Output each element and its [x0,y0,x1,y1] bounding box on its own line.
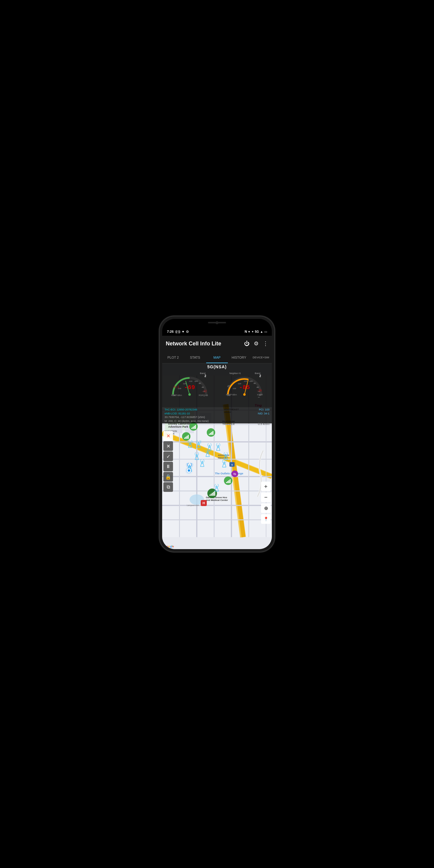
tower-2[interactable] [195,440,202,450]
status-right: N ♥ ✦ 5G ▲ ▭ [245,330,267,333]
signal-bars-4 [226,478,230,483]
gauge-left: -140 -130 -120 -110 -100 -90 -80 -70 [170,370,209,398]
svg-text:-100: -100 [249,380,253,382]
gauge-left-label1: RSRP/dBm [171,394,182,396]
svg-text:5: 5 [231,464,233,466]
more-options-button[interactable]: ⋮ [263,340,268,347]
hospital-marker[interactable]: H [201,500,207,506]
location-icon: ♥ [182,330,184,333]
gauge-left-value: -69 [184,384,195,391]
svg-text:2: 2 [259,374,261,378]
pin-button[interactable]: 📍 [261,514,271,524]
signal-pin-4[interactable] [224,476,232,485]
phone-screen: 7:26 ((·)) ♥ ⊙ N ♥ ✦ 5G ▲ ▭ Network Cell… [162,319,272,549]
svg-text:2: 2 [204,374,206,378]
network-5g-label: 5G [255,330,259,333]
enb-lcid-label: eNB-LCID: 81181-10 [164,412,190,415]
gauge-right-value: -85 [239,384,250,391]
signal-bars-3 [184,434,189,439]
close-button[interactable]: ✕ [163,441,173,451]
gauge-right-sub2: -19 [257,389,261,392]
nfc-icon: N [245,330,247,333]
tower-5[interactable] [204,450,211,459]
my-location-button[interactable]: ⊕ [261,503,271,513]
location2-icon: ♥ [248,330,250,333]
svg-text:-50: -50 [257,397,260,398]
svg-text:-110: -110 [244,380,247,382]
gauge-right-label1: RSRP/dBm [226,394,237,396]
place-outlets: The Outlets at Orange [215,472,243,475]
signal-pin-3[interactable] [182,432,190,441]
tab-bar: PLOT 2 STATS MAP HISTORY DEVICE+SIM [162,351,272,364]
speed-indicator: 0.5 km/h [258,422,270,426]
nid-label: NID: 34-1 [258,412,270,415]
svg-text:-80: -80 [256,386,259,388]
tower-10[interactable] [213,484,220,494]
status-left: 7:26 ((·)) ♥ ⊙ [167,330,189,334]
gauge-right: -140 -130 -120 -110 -100 -90 -80 -70 -60… [225,370,264,398]
svg-text:-110: -110 [189,380,193,382]
battery-icon: ▭ [264,330,267,333]
signal-pin-2[interactable] [207,428,215,437]
phone-frame: 7:26 ((·)) ♥ ⊙ N ♥ ✦ 5G ▲ ▭ Network Cell… [160,316,274,552]
app-header: Network Cell Info Lite ⏻ ⚙ ⋮ [162,336,272,351]
check-button[interactable]: ✓ [163,452,173,461]
coordinates-label: 33.7930704, -117.9156857 (±5m) [164,415,205,419]
tower-6[interactable] [199,459,206,469]
svg-text:-80: -80 [201,386,204,388]
map-container[interactable]: Lampson Ave 5 Ting [162,364,272,549]
phone-notch [162,319,272,327]
pause-button[interactable]: ⏸ [163,462,173,471]
tab-map[interactable]: MAP [206,351,228,363]
tower-1[interactable] [187,440,193,450]
tab-stats[interactable]: STATS [184,351,206,363]
svg-text:-90: -90 [253,382,256,384]
side-toolbar: ✕ ✕ ✓ ⏸ 🔒 ⧉ [162,430,174,493]
status-bar: 7:26 ((·)) ♥ ⊙ N ♥ ✦ 5G ▲ ▭ [162,327,272,336]
header-icons: ⏻ ⚙ ⋮ [244,340,268,347]
svg-text:Neighbor #1: Neighbor #1 [229,372,241,375]
gauge-left-label2: RSRQ/dB [198,394,208,396]
time-display: 7:26 [167,330,174,333]
gauge-left-sub2: -12 [202,390,207,393]
tab-devicesim[interactable]: DEVICE+SIM [250,351,272,363]
signal-wifi-icon: ((·)) [176,330,180,333]
m-value-label: M: 200, C: 40 (d≥0m, a<∞, ms:none) [164,419,209,423]
pci-label: PCI: 103 [259,408,270,412]
shopping-icon-1[interactable]: 🛍 [231,470,238,477]
tower-9[interactable] [221,460,227,470]
settings-button[interactable]: ⚙ [254,340,258,347]
gauge-left-sub1: -0.1 [173,385,179,389]
gauge-overlay: 5G(NSA) -140 -130 -120 - [162,364,272,407]
gauge-right-label2: XSNR [257,394,263,396]
network-type-badge: 5G(NSA) [162,364,272,370]
signal-bars-2 [209,430,213,435]
current-location-dot [187,468,191,472]
svg-point-48 [243,393,246,396]
tower-7[interactable] [215,443,221,453]
speaker [208,322,226,323]
close-red-button[interactable]: ✕ [163,431,173,441]
gauge-right-sub1: 45 [227,385,230,388]
zoom-out-button[interactable]: − [261,493,271,502]
svg-text:-130: -130 [232,388,236,390]
gps-icon: ⊙ [186,330,189,334]
tab-history[interactable]: HISTORY [228,351,250,363]
signal-bars-1 [191,424,196,429]
tab-plot2[interactable]: PLOT 2 [162,351,184,363]
right-toolbar: + − ⊕ 📍 [260,480,272,525]
svg-text:-90: -90 [198,382,201,384]
app-title: Network Cell Info Lite [166,341,221,347]
bluetooth-icon: ✦ [251,330,254,333]
cell-info-strip: TAC-ECI: 12650-20782346 PCI: 103 eNB-LCI… [162,407,272,424]
power-button[interactable]: ⏻ [244,341,250,347]
zoom-in-button[interactable]: + [261,482,271,491]
signal-bars-icon: ▲ [260,330,263,333]
svg-point-34 [188,393,191,396]
tac-eci-label: TAC-ECI: 12650-20782346 [164,408,197,412]
gauges-row: -140 -130 -120 -110 -100 -90 -80 -70 [162,370,272,407]
google-attribution: Google [164,545,174,548]
svg-text:-100: -100 [194,380,198,382]
layers-button[interactable]: ⧉ [163,482,173,492]
lock-button[interactable]: 🔒 [163,472,173,482]
